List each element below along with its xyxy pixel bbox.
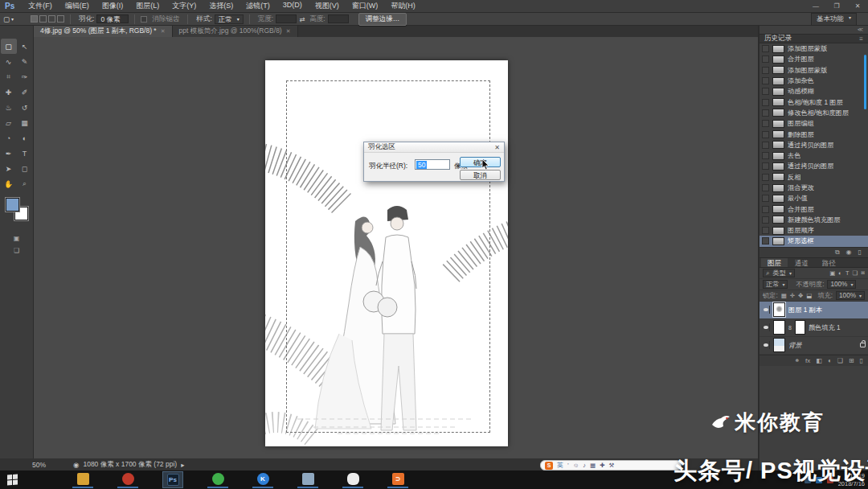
history-source-well[interactable] bbox=[762, 174, 769, 181]
new-selection-button[interactable] bbox=[31, 15, 38, 23]
history-scrollbar[interactable] bbox=[864, 55, 866, 109]
taskbar-green-app[interactable] bbox=[207, 471, 228, 488]
history-state-row[interactable]: 删除图层 bbox=[760, 129, 868, 139]
history-source-well[interactable] bbox=[762, 162, 769, 170]
history-source-well[interactable] bbox=[762, 45, 769, 52]
history-state-row[interactable]: 动感模糊 bbox=[760, 86, 868, 97]
visibility-eye-icon[interactable] bbox=[762, 323, 770, 331]
lock-transparency-icon[interactable]: ▦ bbox=[781, 292, 787, 299]
feather-radius-input[interactable]: 50 bbox=[415, 159, 450, 170]
height-input[interactable] bbox=[328, 14, 349, 23]
menu-item[interactable]: 编辑(E) bbox=[59, 0, 95, 13]
menu-item[interactable]: 文字(Y) bbox=[166, 0, 202, 13]
fill-layer-thumbnail[interactable] bbox=[773, 320, 785, 335]
history-state-row[interactable]: 新建颜色填充图层 bbox=[760, 215, 868, 225]
history-state-row[interactable]: 矩形选框 bbox=[760, 236, 868, 246]
history-source-well[interactable] bbox=[762, 237, 769, 244]
ime-tool-icon[interactable]: ✚ bbox=[600, 462, 604, 469]
history-state-row[interactable]: 添加图层蒙版 bbox=[760, 65, 868, 76]
fill-dropdown[interactable]: 100%▾ bbox=[836, 291, 865, 300]
taskbar-red-app[interactable] bbox=[117, 471, 138, 488]
history-source-well[interactable] bbox=[762, 195, 769, 202]
status-flyout-icon[interactable]: ▸ bbox=[181, 461, 184, 469]
history-source-well[interactable] bbox=[762, 67, 769, 74]
tool-button[interactable]: ▦ bbox=[17, 115, 33, 130]
menu-item[interactable]: 帮助(H) bbox=[385, 0, 421, 13]
lock-all-icon[interactable]: ⬓ bbox=[806, 292, 812, 299]
tool-button[interactable]: ⌕ bbox=[17, 176, 33, 191]
layer-row-background[interactable]: 背景 bbox=[760, 337, 868, 355]
history-panel-tab[interactable]: 历史记录 bbox=[764, 34, 792, 43]
panel-tab[interactable]: 通道 bbox=[788, 258, 815, 267]
sogou-logo-icon[interactable]: S bbox=[545, 462, 553, 470]
tool-button[interactable]: ▢ bbox=[1, 39, 17, 54]
collapse-dock-icon[interactable]: ≪ bbox=[858, 27, 863, 33]
width-input[interactable] bbox=[276, 14, 297, 23]
history-source-well[interactable] bbox=[762, 109, 769, 117]
history-state-row[interactable]: 合并图层 bbox=[760, 54, 868, 64]
panel-tab[interactable]: 图层 bbox=[761, 258, 788, 267]
add-mask-icon[interactable]: ◧ bbox=[816, 357, 822, 364]
ime-tool-icon[interactable]: ’ bbox=[567, 462, 569, 469]
tool-button[interactable]: ➤ bbox=[1, 161, 17, 176]
subtract-selection-button[interactable] bbox=[48, 15, 55, 23]
layer-row-color-fill[interactable]: 8 颜色填充 1 bbox=[760, 319, 868, 337]
layer-row-copy[interactable]: 图层 1 副本 bbox=[760, 302, 868, 319]
tab-close-icon[interactable]: ✕ bbox=[161, 28, 166, 35]
current-tool-icon[interactable]: ▢▾ bbox=[3, 15, 24, 23]
panel-tab[interactable]: 路径 bbox=[816, 258, 842, 267]
delete-layer-icon[interactable]: ▯ bbox=[860, 357, 863, 364]
add-selection-button[interactable] bbox=[39, 15, 47, 23]
history-source-well[interactable] bbox=[762, 77, 769, 84]
history-source-well[interactable] bbox=[762, 206, 769, 213]
filter-pixel-icon[interactable]: ▣ bbox=[829, 269, 835, 277]
refine-edge-button[interactable]: 调整边缘… bbox=[358, 13, 407, 26]
menu-item[interactable]: 3D(D) bbox=[277, 0, 308, 13]
cancel-button[interactable]: 取消 bbox=[460, 170, 501, 180]
feather-input[interactable]: 0 像素 bbox=[96, 14, 129, 23]
menu-item[interactable]: 图层(L) bbox=[130, 0, 165, 13]
taskbar-notes-app[interactable] bbox=[297, 471, 318, 488]
close-button[interactable]: ✕ bbox=[847, 1, 868, 11]
layer-style-icon[interactable]: fx bbox=[805, 357, 810, 364]
tool-button[interactable]: ✑ bbox=[17, 69, 33, 84]
swap-width-height-icon[interactable]: ⇄ bbox=[299, 15, 305, 23]
history-state-row[interactable]: 图层顺序 bbox=[760, 225, 868, 236]
ime-tool-icon[interactable]: ☺ bbox=[573, 462, 579, 469]
ok-button[interactable]: 确定 bbox=[460, 157, 501, 167]
lock-position-icon[interactable]: ✥ bbox=[798, 292, 803, 299]
visibility-eye-icon[interactable] bbox=[762, 341, 770, 349]
taskbar-photoshop[interactable]: Ps bbox=[162, 471, 183, 488]
dialog-title-bar[interactable]: 羽化选区 ✕ bbox=[364, 142, 504, 153]
layer-name[interactable]: 图层 1 副本 bbox=[788, 306, 822, 314]
new-document-from-state-icon[interactable]: ⧉ bbox=[835, 249, 840, 257]
tool-button[interactable]: ↺ bbox=[17, 100, 33, 115]
document-tab[interactable]: 4修.jpg @ 50% (图层 1 副本, RGB/8) * ✕ bbox=[34, 26, 173, 37]
filter-shape-icon[interactable]: ❏ bbox=[852, 269, 858, 277]
ime-tool-icon[interactable]: ⚒ bbox=[608, 462, 614, 469]
minimize-button[interactable]: — bbox=[805, 1, 826, 11]
tool-button[interactable]: ✐ bbox=[17, 84, 33, 100]
tool-button[interactable]: ✋ bbox=[1, 176, 17, 191]
menu-item[interactable]: 图像(I) bbox=[96, 0, 129, 13]
layer-name[interactable]: 颜色填充 1 bbox=[809, 323, 841, 332]
history-state-row[interactable]: 修改色相/饱和度图层 bbox=[760, 108, 868, 118]
workspace-switcher[interactable]: 基本功能▾ bbox=[811, 13, 857, 26]
history-source-well[interactable] bbox=[762, 152, 769, 159]
delete-state-icon[interactable]: ▯ bbox=[858, 249, 862, 256]
filter-type-icon[interactable]: T bbox=[845, 269, 850, 277]
history-state-row[interactable]: 色相/饱和度 1 图层 bbox=[760, 97, 868, 107]
taskbar-file-explorer[interactable] bbox=[72, 471, 93, 488]
start-button[interactable] bbox=[0, 471, 24, 489]
canvas-pasteboard[interactable] bbox=[34, 37, 758, 458]
tool-button[interactable]: ♨ bbox=[1, 100, 17, 115]
history-state-row[interactable]: 最小值 bbox=[760, 193, 868, 203]
history-state-row[interactable]: 添加杂色 bbox=[760, 76, 868, 86]
quick-mask-icon[interactable]: ▣ bbox=[14, 235, 20, 242]
tool-button[interactable]: ▱ bbox=[1, 115, 17, 130]
style-dropdown[interactable]: 正常▾ bbox=[215, 14, 244, 24]
history-state-row[interactable]: 通过拷贝的图层 bbox=[760, 140, 868, 150]
history-state-row[interactable]: 图层编组 bbox=[760, 118, 868, 129]
menu-item[interactable]: 窗口(W) bbox=[346, 0, 384, 13]
taskbar-wechat[interactable] bbox=[342, 471, 363, 488]
